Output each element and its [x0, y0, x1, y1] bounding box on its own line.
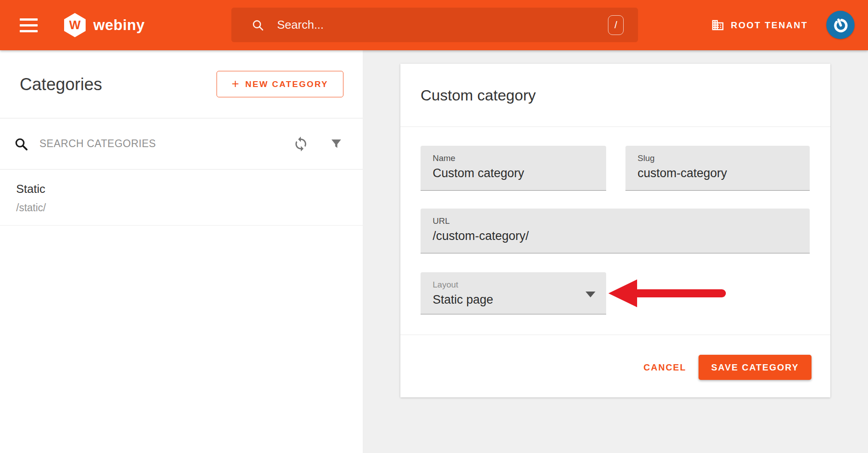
- name-field-label: Name: [433, 153, 456, 163]
- hamburger-bar: [20, 30, 38, 32]
- webiny-logo[interactable]: W webiny: [64, 0, 145, 50]
- tenant-building-icon: [711, 18, 725, 32]
- url-input[interactable]: [433, 229, 799, 243]
- slash-shortcut-key: /: [608, 15, 624, 35]
- layout-selected-value: Static page: [433, 293, 493, 307]
- name-input[interactable]: [433, 166, 596, 180]
- webiny-hexagon-icon: W: [64, 13, 86, 37]
- category-list-item-static[interactable]: Static /static/: [0, 170, 363, 226]
- filter-button[interactable]: [330, 137, 343, 151]
- hamburger-bar: [20, 18, 38, 21]
- new-category-label: NEW CATEGORY: [245, 79, 328, 89]
- tenant-label: ROOT TENANT: [731, 20, 808, 30]
- categories-search-input[interactable]: [39, 137, 293, 150]
- new-category-button[interactable]: + NEW CATEGORY: [217, 71, 343, 97]
- red-arrow-annotation: [608, 279, 729, 310]
- hamburger-bar: [20, 24, 38, 26]
- topbar: W webiny / ROOT TENANT: [0, 0, 868, 50]
- slug-field: Slug: [625, 146, 810, 191]
- global-search-bar[interactable]: /: [231, 8, 638, 42]
- chevron-down-icon: [586, 292, 595, 297]
- plus-icon: +: [232, 78, 239, 90]
- hamburger-menu-button[interactable]: [20, 18, 38, 32]
- refresh-button[interactable]: [293, 136, 309, 152]
- search-icon: [251, 18, 265, 32]
- categories-panel: Categories + NEW CATEGORY Static /static…: [0, 50, 363, 453]
- divider: [400, 126, 830, 127]
- categories-search-row: [0, 118, 363, 170]
- search-icon: [13, 136, 29, 152]
- categories-header: Categories + NEW CATEGORY: [0, 50, 363, 118]
- logo-letter: W: [69, 18, 80, 32]
- gravatar-power-icon: [831, 16, 850, 35]
- global-search-input[interactable]: [276, 17, 608, 32]
- layout-select-label: Layout: [433, 280, 458, 290]
- category-url: /static/: [16, 202, 46, 214]
- url-field: URL: [421, 209, 810, 253]
- slug-field-label: Slug: [638, 153, 655, 163]
- main-content: Custom category Name Slug URL Layout Sta…: [363, 50, 868, 453]
- form-title: Custom category: [421, 64, 536, 126]
- url-field-label: URL: [433, 216, 450, 226]
- layout-select[interactable]: Layout Static page: [421, 272, 606, 314]
- root-tenant-menu[interactable]: ROOT TENANT: [711, 13, 808, 38]
- brand-wordmark: webiny: [93, 17, 145, 34]
- save-category-button[interactable]: SAVE CATEGORY: [699, 355, 812, 380]
- category-name: Static: [16, 182, 45, 196]
- page-title: Categories: [20, 74, 102, 94]
- name-field: Name: [421, 146, 606, 191]
- category-form-card: Custom category Name Slug URL Layout Sta…: [400, 64, 830, 397]
- cancel-button[interactable]: CANCEL: [636, 355, 694, 380]
- user-avatar[interactable]: [826, 11, 855, 39]
- divider: [400, 335, 830, 335]
- slug-input[interactable]: [638, 166, 799, 180]
